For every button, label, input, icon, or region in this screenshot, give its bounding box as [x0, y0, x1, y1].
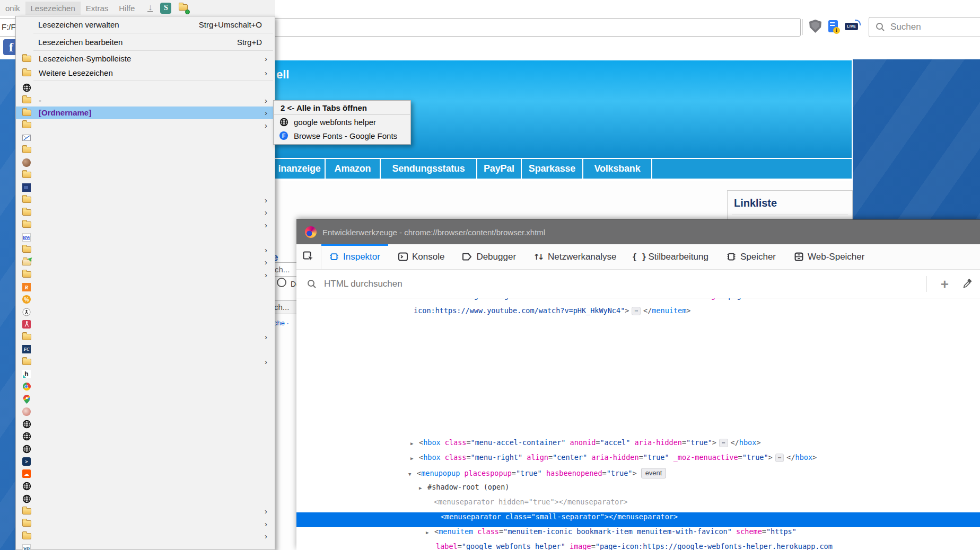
- menu-folder-item[interactable]: [Ordnername]›: [16, 107, 275, 119]
- bookmark-item[interactable]: FC: [16, 343, 275, 356]
- doc-download-icon[interactable]: ↓: [828, 20, 838, 32]
- menu-folder-item[interactable]: ›: [16, 206, 275, 219]
- folder-icon: [22, 357, 31, 367]
- menu-folder-item[interactable]: ›: [16, 194, 275, 207]
- nav-tab-sendungsstatus[interactable]: Sendungsstatus: [381, 159, 477, 179]
- favicon-maps-pin-icon: [22, 394, 31, 404]
- collapse-arrow-icon[interactable]: ▼: [408, 472, 417, 477]
- bookmark-item[interactable]: BW: [16, 231, 275, 244]
- bookmark-item[interactable]: [16, 418, 275, 431]
- bookmark-item[interactable]: %: [16, 294, 275, 306]
- nav-tab-sparkasse[interactable]: Sparkasse: [522, 159, 583, 179]
- bookmark-item[interactable]: [16, 306, 275, 318]
- menu-folder-item[interactable]: ›: [16, 331, 275, 343]
- markup-line[interactable]: ▶<hbox class="menu-accel-container" anon…: [296, 438, 980, 453]
- bookmark-item[interactable]: [16, 156, 275, 169]
- menubar-item-onik[interactable]: onik: [0, 2, 25, 15]
- devtools-tab-web-speicher[interactable]: Web-Speicher: [786, 244, 872, 269]
- bookmark-item[interactable]: h: [16, 368, 275, 381]
- devtools-tab-debugger[interactable]: Debugger: [454, 244, 524, 269]
- menu-folder-item[interactable]: Weitere Lesezeichen›: [16, 66, 275, 80]
- inline-children-badge[interactable]: ⋯: [775, 454, 784, 462]
- menu-folder-item[interactable]: ›: [16, 256, 275, 269]
- markup-line[interactable]: verschlimmerungsantrag - darauf musst Du…: [296, 298, 980, 306]
- menu-folder-item[interactable]: ›: [16, 119, 275, 132]
- markup-line[interactable]: ▶<hbox class="menu-right" align="center"…: [296, 453, 980, 468]
- search-icon: [876, 22, 885, 32]
- bookmark-item[interactable]: wp: [16, 543, 275, 550]
- markup-line[interactable]: ▶#shadow-root (open): [296, 483, 980, 498]
- bookmark-item[interactable]: [16, 493, 275, 505]
- console-icon: [398, 252, 408, 262]
- folder-user-icon[interactable]: [179, 3, 188, 13]
- inline-children-badge[interactable]: ⋯: [632, 307, 641, 315]
- menubar-item-hilfe[interactable]: Hilfe: [113, 2, 140, 15]
- eyedropper-icon[interactable]: [962, 279, 973, 289]
- menu-folder-item[interactable]: ›: [16, 219, 275, 232]
- nav-tab-volksbank[interactable]: Volksbank: [583, 159, 652, 179]
- bookmark-item[interactable]: [16, 405, 275, 418]
- menu-folder-item[interactable]: -›: [16, 94, 275, 107]
- menu-folder-item[interactable]: ›: [16, 269, 275, 281]
- markup-line[interactable]: ▼<menupopup placespopup="true" hasbeenop…: [296, 468, 980, 483]
- bookmark-item[interactable]: [16, 82, 275, 94]
- menu-folder-item[interactable]: ›: [16, 244, 275, 256]
- bookmark-item[interactable]: [16, 480, 275, 493]
- bookmark-item[interactable]: [16, 443, 275, 456]
- html-search-input[interactable]: HTML durchsuchen: [324, 279, 919, 289]
- devtools-tab-stilbearbeitung[interactable]: { }Stilbearbeitung: [627, 244, 716, 269]
- event-badge[interactable]: event: [641, 468, 667, 478]
- devtools-tab-speicher[interactable]: Speicher: [719, 244, 784, 269]
- nav-tab-paypal[interactable]: PayPal: [477, 159, 522, 179]
- expand-arrow-icon[interactable]: ▶: [426, 530, 434, 535]
- markup-line[interactable]: ▶<menuitem class="menuitem-iconic bookma…: [296, 527, 980, 542]
- markup-line[interactable]: icon:https://www.youtube.com/watch?v=pHK…: [296, 306, 980, 321]
- bookmark-item[interactable]: [16, 131, 275, 144]
- bookmark-item[interactable]: ☁: [16, 468, 275, 481]
- bookmark-item[interactable]: >: [16, 455, 275, 468]
- submenu-bookmark-item[interactable]: FBrowse Fonts - Google Fonts: [274, 129, 410, 143]
- markup-line[interactable]: <menuseparator hidden="true"></menusepar…: [296, 498, 980, 512]
- menu-folder-item[interactable]: ›: [16, 518, 275, 530]
- nav-tab-amazon[interactable]: Amazon: [326, 159, 381, 179]
- bookmark-item[interactable]: R: [16, 281, 275, 294]
- devtools-tab-konsole[interactable]: Konsole: [390, 244, 452, 269]
- menu-folder-item[interactable]: ›: [16, 530, 275, 543]
- bookmark-item[interactable]: [16, 430, 275, 443]
- menu-item[interactable]: Lesezeichen bearbeitenStrg+D: [16, 34, 275, 50]
- menu-item[interactable]: Lesezeichen verwaltenStrg+Umschalt+O: [16, 16, 275, 32]
- download-icon[interactable]: ↓: [147, 4, 153, 12]
- browser-search-field[interactable]: Suchen: [869, 17, 980, 37]
- inline-children-badge[interactable]: ⋯: [719, 439, 728, 447]
- expand-arrow-icon[interactable]: ▶: [419, 485, 427, 491]
- add-node-icon[interactable]: +: [934, 277, 955, 291]
- live-badge-icon[interactable]: LIVE: [845, 23, 858, 30]
- expand-arrow-icon[interactable]: ▶: [410, 441, 419, 446]
- expand-arrow-icon[interactable]: ▶: [410, 456, 419, 461]
- nav-tab-inanzeige[interactable]: inanzeige: [274, 159, 326, 179]
- devtools-tab-netzwerkanalyse[interactable]: ↑↓Netzwerkanalyse: [526, 244, 624, 269]
- pick-element-button[interactable]: [296, 244, 321, 269]
- menubar-item-lesezeichen[interactable]: Lesezeichen: [25, 2, 81, 15]
- devtools-tab-inspektor[interactable]: Inspektor: [321, 244, 388, 269]
- s-badge-icon[interactable]: S: [160, 3, 171, 14]
- menu-folder-item[interactable]: [16, 144, 275, 157]
- menu-folder-item[interactable]: ›: [16, 356, 275, 368]
- submenu-open-all-item[interactable]: 2 <- Alle in Tabs öffnen: [274, 101, 410, 114]
- ublock-shield-icon[interactable]: [809, 20, 821, 33]
- bookmark-item[interactable]: [16, 318, 275, 331]
- bookmark-item[interactable]: [16, 393, 275, 406]
- menubar-item-extras[interactable]: Extras: [81, 2, 114, 15]
- submenu-bookmark-item[interactable]: google webfonts helper: [274, 115, 410, 129]
- menu-folder-item[interactable]: ›: [16, 505, 275, 518]
- markup-line[interactable]: label="google webfonts helper" image="pa…: [296, 542, 980, 550]
- bookmark-item[interactable]: [16, 181, 275, 194]
- page-link-fragment[interactable]: che ·: [274, 319, 289, 327]
- bookmark-item[interactable]: [16, 380, 275, 393]
- menu-folder-item[interactable]: Lesezeichen-Symbolleiste›: [16, 51, 275, 66]
- globe-icon: [279, 117, 288, 127]
- markup-line-selected[interactable]: <menuseparator class="small-separator"><…: [296, 512, 980, 527]
- page-radio-button[interactable]: [277, 278, 286, 287]
- devtools-titlebar[interactable]: Entwicklerwerkzeuge - chrome://browser/c…: [296, 220, 980, 244]
- menu-folder-item[interactable]: [16, 169, 275, 182]
